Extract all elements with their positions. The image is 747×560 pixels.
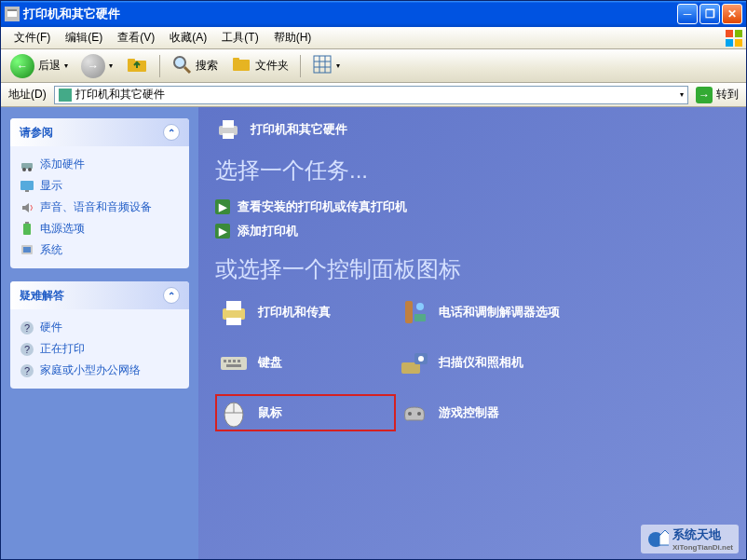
go-button[interactable]: → 转到 <box>692 87 742 103</box>
svg-rect-21 <box>20 181 34 190</box>
svg-point-41 <box>416 303 424 310</box>
svg-rect-3 <box>726 30 733 37</box>
collapse-icon: ⌃ <box>163 287 180 304</box>
task-add-printer[interactable]: ▶ 添加打印机 <box>215 219 729 243</box>
system-icon <box>20 243 34 258</box>
sidebar: 请参阅 ⌃ 添加硬件 显示 声音、语音和音频设备 电源选项 系统 疑难解答 ⌃ … <box>1 107 198 559</box>
cpl-grid: 打印机和传真 电话和调制解调器选项 键盘 扫描仪和照相机 鼠标 <box>215 294 729 431</box>
see-also-title: 请参阅 <box>20 125 53 141</box>
address-input[interactable]: 打印机和其它硬件 ▾ <box>54 86 688 104</box>
cpl-phone-modem[interactable]: 电话和调制解调器选项 <box>396 294 577 331</box>
svg-point-20 <box>28 168 32 171</box>
svg-rect-37 <box>226 301 241 310</box>
svg-rect-18 <box>21 163 33 169</box>
cpl-printers-fax[interactable]: 打印机和传真 <box>215 294 396 331</box>
window-title: 打印机和其它硬件 <box>23 6 677 22</box>
main-header-title: 打印机和其它硬件 <box>251 121 347 138</box>
menubar: 文件(F) 编辑(E) 查看(V) 收藏(A) 工具(T) 帮助(H) <box>1 27 746 49</box>
sidebar-item-label: 系统 <box>40 242 62 258</box>
menu-view[interactable]: 查看(V) <box>110 27 162 48</box>
up-button[interactable] <box>120 51 154 80</box>
help-icon: ? <box>20 342 34 357</box>
sidebar-item-network[interactable]: ?家庭或小型办公网络 <box>20 360 180 381</box>
window: 打印机和其它硬件 ─ ❐ ✕ 文件(F) 编辑(E) 查看(V) 收藏(A) 工… <box>0 0 747 560</box>
hardware-icon <box>20 157 34 172</box>
svg-rect-34 <box>223 120 234 128</box>
views-button[interactable]: ▾ <box>306 52 346 79</box>
troubleshoot-panel: 疑难解答 ⌃ ?硬件 ?正在打印 ?家庭或小型办公网络 <box>10 281 189 389</box>
sidebar-item-sound[interactable]: 声音、语音和音频设备 <box>20 197 180 218</box>
svg-rect-11 <box>233 60 250 71</box>
see-also-panel: 请参阅 ⌃ 添加硬件 显示 声音、语音和音频设备 电源选项 系统 <box>10 118 189 268</box>
sidebar-item-add-hardware[interactable]: 添加硬件 <box>20 154 180 175</box>
menu-tools[interactable]: 工具(T) <box>214 27 265 48</box>
svg-rect-43 <box>224 360 226 362</box>
cpl-label: 游戏控制器 <box>439 404 499 421</box>
troubleshoot-title: 疑难解答 <box>20 288 64 304</box>
folder-up-icon <box>126 53 148 78</box>
svg-point-54 <box>408 412 412 416</box>
svg-point-50 <box>418 356 424 362</box>
maximize-button[interactable]: ❐ <box>699 4 720 24</box>
forward-arrow-icon: → <box>81 54 105 78</box>
cpl-scanner-camera[interactable]: 扫描仪和照相机 <box>396 344 577 381</box>
svg-rect-47 <box>226 364 241 367</box>
minimize-button[interactable]: ─ <box>677 4 698 24</box>
chevron-down-icon: ▾ <box>64 61 68 70</box>
cpl-mouse[interactable]: 鼠标 <box>215 394 396 431</box>
folders-button[interactable]: 文件夹 <box>225 52 294 79</box>
svg-rect-5 <box>726 39 733 47</box>
printer-icon <box>219 297 249 327</box>
see-also-header[interactable]: 请参阅 ⌃ <box>10 118 189 146</box>
task-view-printers[interactable]: ▶ 查看安装的打印机或传真打印机 <box>215 195 729 219</box>
cpl-game-controller[interactable]: 游戏控制器 <box>396 394 577 431</box>
chevron-down-icon: ▾ <box>109 61 113 70</box>
back-button[interactable]: ← 后退 ▾ <box>5 52 74 80</box>
menu-file[interactable]: 文件(F) <box>7 27 58 48</box>
sidebar-item-power[interactable]: 电源选项 <box>20 218 180 239</box>
printer-category-icon <box>215 118 241 141</box>
modem-icon <box>400 297 429 327</box>
watermark-url: XiTongTianDi.net <box>672 543 733 552</box>
go-label: 转到 <box>716 87 739 102</box>
cpl-label: 电话和调制解调器选项 <box>439 304 560 321</box>
svg-rect-2 <box>7 9 17 11</box>
cpl-label: 鼠标 <box>258 404 282 421</box>
watermark-brand: 系统天地 <box>672 526 733 543</box>
search-button[interactable]: 搜索 <box>166 52 224 79</box>
menu-favorites[interactable]: 收藏(A) <box>162 27 214 48</box>
sidebar-item-system[interactable]: 系统 <box>20 239 180 261</box>
cpl-keyboard[interactable]: 键盘 <box>215 344 396 381</box>
chevron-down-icon[interactable]: ▾ <box>680 90 684 99</box>
svg-point-19 <box>22 168 26 171</box>
cpl-label: 扫描仪和照相机 <box>439 354 523 371</box>
help-icon: ? <box>20 321 34 335</box>
sidebar-item-label: 硬件 <box>40 320 62 335</box>
close-button[interactable]: ✕ <box>722 4 742 24</box>
arrow-right-icon: ▶ <box>215 224 230 239</box>
go-arrow-icon: → <box>696 87 713 103</box>
addressbar: 地址(D) 打印机和其它硬件 ▾ → 转到 <box>1 83 746 107</box>
svg-rect-12 <box>233 58 239 61</box>
svg-rect-26 <box>23 247 31 253</box>
forward-button[interactable]: → ▾ <box>75 52 118 80</box>
app-icon <box>5 7 20 21</box>
titlebar: 打印机和其它硬件 ─ ❐ ✕ <box>1 1 746 27</box>
menu-help[interactable]: 帮助(H) <box>266 27 319 48</box>
globe-house-icon <box>646 526 669 552</box>
svg-rect-22 <box>25 190 29 192</box>
sidebar-item-hardware[interactable]: ?硬件 <box>20 317 180 338</box>
toolbar: ← 后退 ▾ → ▾ 搜索 文件夹 ▾ <box>1 49 746 83</box>
chevron-down-icon: ▾ <box>336 61 340 70</box>
troubleshoot-header[interactable]: 疑难解答 ⌃ <box>10 281 189 309</box>
svg-rect-40 <box>414 314 426 321</box>
sidebar-item-label: 添加硬件 <box>40 157 85 172</box>
sidebar-item-printing[interactable]: ?正在打印 <box>20 338 180 360</box>
menu-edit[interactable]: 编辑(E) <box>58 27 110 48</box>
cpl-label: 打印机和传真 <box>258 304 331 321</box>
windows-logo-icon <box>724 28 744 48</box>
see-also-body: 添加硬件 显示 声音、语音和音频设备 电源选项 系统 <box>10 146 189 268</box>
sidebar-item-display[interactable]: 显示 <box>20 175 180 197</box>
main-pane: 打印机和其它硬件 选择一个任务... ▶ 查看安装的打印机或传真打印机 ▶ 添加… <box>198 107 746 559</box>
svg-rect-42 <box>221 357 247 370</box>
